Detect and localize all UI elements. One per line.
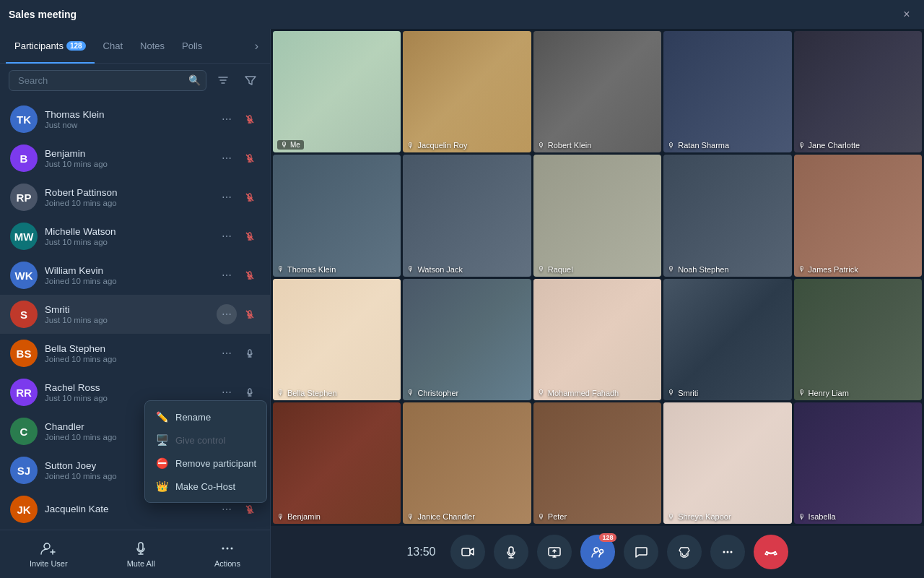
search-bar: 🔍: [0, 64, 270, 97]
video-cell: 🎙James Patrick: [794, 155, 922, 276]
mic-muted-icon: [240, 148, 260, 168]
context-menu: ✏️ Rename 🖥️ Give control ⛔ Remove parti…: [144, 400, 267, 503]
participant-name: Bella Stephen: [45, 343, 217, 354]
list-item[interactable]: BS Bella Stephen Joined 10 mins ago ⋯: [0, 334, 270, 373]
tab-polls[interactable]: Polls: [173, 29, 211, 64]
actions-button[interactable]: Actions: [203, 538, 252, 571]
svg-point-17: [723, 551, 725, 553]
more-options-icon[interactable]: ⋯: [217, 382, 237, 402]
list-item[interactable]: WK William Kevin Joined 10 mins ago ⋯: [0, 256, 270, 295]
search-icon[interactable]: 🔍: [188, 74, 201, 86]
video-label: 🎙Smriti: [668, 389, 698, 397]
video-label: 🎙Ratan Sharma: [668, 141, 729, 150]
video-label: 🎙Janice Chandler: [407, 512, 475, 521]
video-toggle-button[interactable]: [450, 535, 485, 569]
participant-status: Just 10 mins ago: [45, 316, 217, 324]
more-options-icon[interactable]: ⋯: [217, 304, 237, 324]
video-cell: 🎙Thomas Klein: [273, 155, 401, 276]
tabs-more-icon[interactable]: ›: [249, 37, 264, 56]
tab-notes[interactable]: Notes: [131, 29, 173, 64]
more-options-icon[interactable]: ⋯: [217, 265, 237, 285]
avatar: C: [10, 418, 38, 445]
video-label: 🎙Henry Liam: [798, 389, 849, 397]
avatar: SJ: [10, 457, 38, 484]
right-panel: 🎙Me 🎙Jacquelin Roy 🎙Robert Klein 🎙Ratan: [271, 29, 924, 578]
video-label: 🎙Christopher: [407, 389, 458, 397]
svg-point-18: [726, 551, 728, 553]
video-label: 🎙Watson Jack: [407, 265, 463, 274]
mic-toggle-button[interactable]: [494, 535, 528, 569]
more-options-icon[interactable]: ⋯: [217, 109, 237, 129]
me-label: 🎙Me: [277, 140, 304, 150]
video-cell: 🎙Mohammed Fahadh: [533, 279, 661, 400]
tab-participants[interactable]: Participants 128: [6, 29, 95, 64]
participant-list: TK Thomas Klein Just now ⋯ B Benjamin Ju: [0, 97, 270, 530]
mic-muted-icon: [240, 226, 260, 246]
more-options-button[interactable]: [710, 535, 745, 569]
svg-point-15: [594, 548, 598, 552]
list-item[interactable]: B Benjamin Just 10 mins ago ⋯: [0, 139, 270, 178]
more-options-icon[interactable]: ⋯: [217, 226, 237, 246]
video-cell: 🎙Noah Stephen: [663, 155, 791, 276]
search-input[interactable]: [9, 70, 206, 91]
list-item[interactable]: MW Michelle Watson Just 10 mins ago ⋯: [0, 217, 270, 256]
filter-icon[interactable]: [240, 69, 261, 91]
close-button[interactable]: ×: [898, 6, 915, 23]
sort-icon[interactable]: [212, 69, 234, 91]
invite-user-button[interactable]: Invite User: [18, 538, 79, 571]
share-screen-button[interactable]: [537, 535, 572, 569]
video-label: 🎙Thomas Klein: [277, 265, 336, 274]
bottom-action-bar: Invite User Mute All Actions: [0, 530, 270, 578]
video-cell: 🎙Jane Charlotte: [794, 31, 922, 152]
avatar: RR: [10, 379, 38, 406]
participant-status: Joined 10 mins ago: [45, 277, 217, 285]
call-timer: 13:50: [406, 545, 435, 558]
video-cell: 🎙Smriti: [663, 279, 791, 400]
video-label: 🎙Isabella: [798, 512, 836, 521]
list-item[interactable]: RP Robert Pattinson Joined 10 mins ago ⋯: [0, 178, 270, 217]
video-cell: 🎙Robert Klein: [533, 31, 661, 152]
participants-badge: 128: [66, 41, 86, 51]
more-options-icon[interactable]: ⋯: [217, 343, 237, 363]
video-cell: 🎙Henry Liam: [794, 279, 922, 400]
list-item[interactable]: S Smriti Just 10 mins ago ⋯: [0, 295, 270, 334]
participant-status: Just 10 mins ago: [45, 238, 217, 246]
mic-icon: [240, 343, 260, 363]
title-bar: Sales meeting ×: [0, 0, 924, 29]
video-cell: 🎙Shreya Kapoor: [663, 402, 791, 524]
avatar: WK: [10, 262, 38, 289]
invite-user-icon: [40, 540, 56, 556]
left-panel: Participants 128 Chat Notes Polls › 🔍: [0, 29, 271, 578]
end-call-button[interactable]: [754, 535, 788, 569]
video-label: 🎙James Patrick: [798, 265, 858, 274]
reactions-button[interactable]: [667, 535, 702, 569]
video-cell: 🎙Watson Jack: [403, 155, 531, 276]
video-cell: 🎙Raquel: [533, 155, 661, 276]
cohost-icon: 👑: [155, 480, 168, 492]
search-input-wrap: 🔍: [9, 70, 206, 91]
avatar: B: [10, 144, 38, 172]
svg-point-12: [230, 548, 232, 550]
context-menu-item-rename[interactable]: ✏️ Rename: [145, 405, 266, 428]
avatar: RP: [10, 184, 38, 211]
svg-point-10: [222, 548, 224, 550]
tabs-bar: Participants 128 Chat Notes Polls ›: [0, 29, 270, 64]
chat-button[interactable]: [624, 535, 658, 569]
video-label: 🎙Raquel: [538, 265, 573, 274]
more-options-icon[interactable]: ⋯: [217, 187, 237, 207]
participant-status: Joined 10 mins ago: [45, 199, 217, 207]
tab-chat[interactable]: Chat: [95, 29, 131, 64]
video-label: 🎙Mohammed Fahadh: [538, 389, 619, 397]
main-layout: Participants 128 Chat Notes Polls › 🔍: [0, 29, 924, 578]
context-menu-item-remove[interactable]: ⛔ Remove participant: [145, 452, 266, 475]
more-options-icon[interactable]: ⋯: [217, 148, 237, 168]
participants-button[interactable]: 128: [580, 535, 615, 569]
mute-all-button[interactable]: Mute All: [116, 538, 167, 571]
video-label: 🎙Shreya Kapoor: [668, 512, 731, 521]
list-item[interactable]: TK Thomas Klein Just now ⋯: [0, 100, 270, 139]
context-menu-item-cohost[interactable]: 👑 Make Co-Host: [145, 475, 266, 498]
mic-muted-icon: [240, 265, 260, 285]
video-cell: 🎙Christopher: [403, 279, 531, 400]
participants-count-badge: 128: [599, 533, 616, 542]
video-cell: 🎙Jacquelin Roy: [403, 31, 531, 152]
